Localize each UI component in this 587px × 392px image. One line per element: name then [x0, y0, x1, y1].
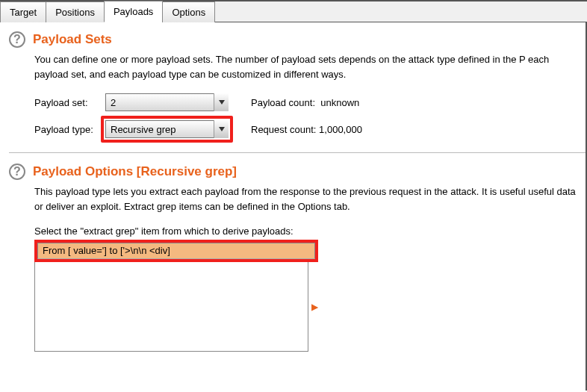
tab-target[interactable]: Target: [0, 1, 46, 22]
section-title-payload-options: Payload Options [Recursive grep]: [33, 164, 237, 179]
arrow-right-icon: ▶: [308, 262, 318, 352]
divider: [9, 152, 586, 153]
payload-count-label: Payload count: unknown: [251, 97, 359, 108]
help-icon[interactable]: ?: [9, 164, 25, 180]
extract-grep-highlight: From [ value='] to ['>\n\n <div]: [34, 240, 318, 262]
tab-positions[interactable]: Positions: [46, 1, 105, 22]
help-icon[interactable]: ?: [9, 31, 25, 48]
extract-grep-header[interactable]: From [ value='] to ['>\n\n <div]: [37, 243, 315, 259]
tab-options[interactable]: Options: [162, 1, 215, 22]
section-title-payload-sets: Payload Sets: [33, 32, 112, 47]
extract-grep-select-label: Select the "extract grep" item from whic…: [34, 225, 586, 237]
tabbar: Target Positions Payloads Options: [0, 0, 587, 22]
payload-options-description: This payload type lets you extract each …: [34, 184, 586, 214]
payload-type-select[interactable]: Recursive grep: [105, 120, 229, 138]
payload-sets-description: You can define one or more payload sets.…: [34, 52, 586, 82]
payload-type-label: Payload type:: [34, 124, 105, 135]
payload-set-select[interactable]: 2: [105, 93, 229, 111]
request-count-label: Request count: 1,000,000: [251, 124, 362, 135]
payload-set-value: 2: [111, 97, 116, 108]
tab-payloads[interactable]: Payloads: [104, 1, 163, 22]
content-pane: ? Payload Sets You can define one or mor…: [0, 22, 587, 391]
payload-sets-form: Payload set: 2 Payload count: unknown Pa…: [34, 93, 586, 139]
extract-grep-list[interactable]: [34, 262, 308, 352]
payload-set-label: Payload set:: [34, 97, 105, 108]
payload-type-value: Recursive grep: [111, 124, 176, 135]
